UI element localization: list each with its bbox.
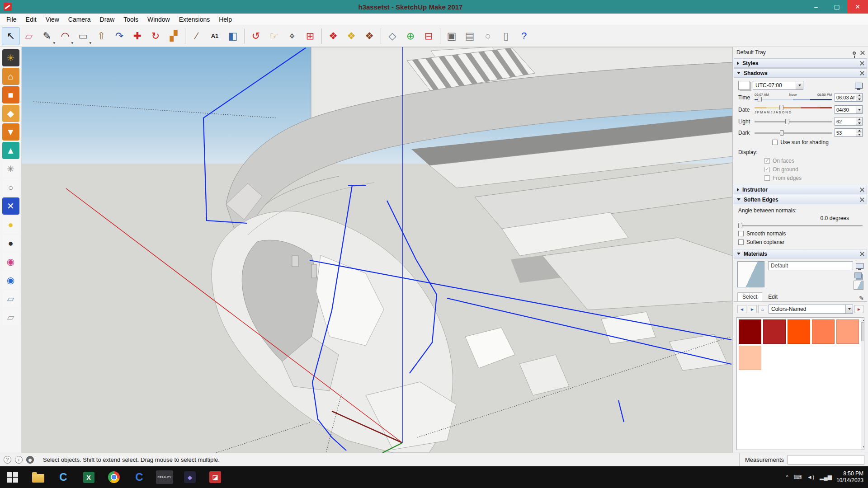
get-models-button[interactable]: ❖ xyxy=(342,27,360,45)
start-button[interactable] xyxy=(0,466,25,488)
dark-slider[interactable] xyxy=(755,130,832,136)
smooth-normals-checkbox[interactable]: Smooth normals xyxy=(738,230,863,237)
menu-draw[interactable]: Draw xyxy=(95,14,119,25)
material-preview[interactable] xyxy=(737,261,764,287)
eyedropper-icon[interactable]: ✐ xyxy=(858,296,864,300)
geolocation-status-icon[interactable]: i xyxy=(15,456,23,464)
menu-file[interactable]: File xyxy=(2,14,21,25)
follow-me-tool[interactable]: ↷ xyxy=(110,27,128,45)
paint-bucket-tool[interactable]: ◧ xyxy=(224,27,242,45)
push-pull-tool[interactable]: ⇧ xyxy=(92,27,110,45)
menu-extensions[interactable]: Extensions xyxy=(175,14,214,25)
dark-slider-thumb[interactable] xyxy=(780,130,784,136)
forward-button[interactable]: ► xyxy=(748,305,757,313)
from-edges-checkbox[interactable]: From edges xyxy=(764,175,863,181)
arc-tool[interactable]: ◠ xyxy=(56,27,74,45)
scroll-up-icon[interactable] xyxy=(863,319,865,321)
material-name-field[interactable]: Default xyxy=(768,261,853,270)
angle-slider-thumb[interactable] xyxy=(738,223,742,228)
swatch-peach[interactable] xyxy=(739,346,761,370)
taskbar-clock[interactable]: 8:50 PM 10/14/2023 xyxy=(835,470,868,484)
orbit-tool[interactable]: ↺ xyxy=(247,27,265,45)
time-slider[interactable] xyxy=(755,97,832,102)
on-ground-checkbox[interactable]: On ground xyxy=(764,166,863,173)
scrollbar-thumb[interactable] xyxy=(861,322,864,341)
app-c-blue-2[interactable]: C xyxy=(127,466,152,488)
polygon-orange-tool[interactable]: ◆ xyxy=(2,105,19,122)
close-button[interactable]: ✕ xyxy=(847,0,868,14)
back-button[interactable]: ◄ xyxy=(737,305,746,313)
date-slider[interactable] xyxy=(755,105,832,110)
styles-section-header[interactable]: Styles xyxy=(734,58,867,68)
maximize-button[interactable]: ▢ xyxy=(826,0,847,14)
date-spinner[interactable] xyxy=(856,106,862,113)
soften-close-button[interactable] xyxy=(860,196,864,203)
scatter-tool[interactable]: ✳ xyxy=(2,160,19,178)
shadow-toggle-icon[interactable] xyxy=(738,81,750,90)
creality-icon[interactable]: CREALITY xyxy=(152,466,177,488)
time-value-field[interactable] xyxy=(835,93,863,102)
menu-edit[interactable]: Edit xyxy=(21,14,41,25)
viewport-3d[interactable] xyxy=(22,47,732,453)
sphere-style-button[interactable]: ○ xyxy=(479,27,497,45)
menu-tools[interactable]: Tools xyxy=(119,14,143,25)
select-tool[interactable]: ↖ xyxy=(2,27,20,45)
dark-value-field[interactable] xyxy=(835,128,863,137)
download-model-tool[interactable]: ▼ xyxy=(2,123,19,141)
minimize-button[interactable]: – xyxy=(806,0,826,14)
open-library-button[interactable]: ▸ xyxy=(854,305,863,313)
sun-settings-tool[interactable]: ☀ xyxy=(2,49,19,66)
time-slider-thumb[interactable] xyxy=(758,97,762,102)
angle-slider[interactable] xyxy=(738,223,863,228)
swatch-orange-red[interactable] xyxy=(788,319,810,344)
instructor-close-button[interactable] xyxy=(860,186,864,193)
display-secondary-icon[interactable] xyxy=(856,263,863,269)
app-3d-icon[interactable]: ◆ xyxy=(177,466,203,488)
menu-help[interactable]: Help xyxy=(214,14,236,25)
in-model-button[interactable]: ⌂ xyxy=(758,305,767,313)
help-status-icon[interactable]: ? xyxy=(4,456,11,464)
zoom-extents-tool[interactable]: ⊞ xyxy=(301,27,319,45)
section-plane-tool[interactable]: ◇ xyxy=(383,27,401,45)
time-spinner[interactable] xyxy=(856,94,862,101)
pan-tool[interactable]: ☞ xyxy=(265,27,283,45)
toggle-terrain-button[interactable]: ⊟ xyxy=(420,27,438,45)
eraser-tool[interactable]: ▱ xyxy=(20,27,38,45)
globe-tool[interactable]: ◉ xyxy=(2,272,19,289)
tray-pin-button[interactable] xyxy=(853,49,856,56)
swatch-scrollbar[interactable] xyxy=(861,318,864,450)
soften-coplanar-checkbox[interactable]: Soften coplanar xyxy=(738,239,863,245)
date-slider-thumb[interactable] xyxy=(779,105,783,110)
texture-editor-tool[interactable]: ✕ xyxy=(2,197,19,215)
menu-view[interactable]: View xyxy=(41,14,64,25)
rotate-tool[interactable]: ↻ xyxy=(146,27,165,45)
on-faces-checkbox[interactable]: On faces xyxy=(764,158,863,164)
soften-edges-section-header[interactable]: Soften Edges xyxy=(734,195,867,204)
text-tool[interactable]: A1 xyxy=(206,27,224,45)
paint-sphere-tool[interactable]: ◉ xyxy=(2,253,19,270)
swatch-firebrick[interactable] xyxy=(763,319,786,344)
upload-model-tool[interactable]: ▲ xyxy=(2,142,19,159)
line-tool[interactable]: ✎ xyxy=(38,27,56,45)
component-orange-tool[interactable]: ■ xyxy=(2,86,19,103)
tab-edit[interactable]: Edit xyxy=(763,292,783,301)
scroll-down-icon[interactable] xyxy=(863,446,865,448)
menu-camera[interactable]: Camera xyxy=(64,14,95,25)
swatch-dark-red[interactable] xyxy=(739,319,761,344)
warehouse-house-tool[interactable]: ⌂ xyxy=(2,68,19,85)
excel-icon[interactable]: X xyxy=(76,466,101,488)
zoom-tool[interactable]: ⌖ xyxy=(283,27,301,45)
sandbox-tool[interactable]: ▤ xyxy=(461,27,479,45)
light-slider[interactable] xyxy=(755,119,832,124)
create-material-button[interactable] xyxy=(854,272,862,278)
add-location-button[interactable]: ⊕ xyxy=(401,27,420,45)
app-c-blue-1[interactable]: C xyxy=(51,466,76,488)
instructor-section-header[interactable]: Instructor xyxy=(734,185,867,194)
move-tool[interactable]: ✚ xyxy=(128,27,146,45)
timezone-select[interactable]: UTC-07:00 xyxy=(753,81,803,90)
sample-paint-thumbnail[interactable] xyxy=(854,281,863,290)
tape-measure-tool[interactable]: ∕ xyxy=(188,27,206,45)
thermometer-tool[interactable]: ▯ xyxy=(497,27,515,45)
styles-close-button[interactable] xyxy=(860,60,864,66)
extension-warehouse-button[interactable]: ❖ xyxy=(360,27,378,45)
